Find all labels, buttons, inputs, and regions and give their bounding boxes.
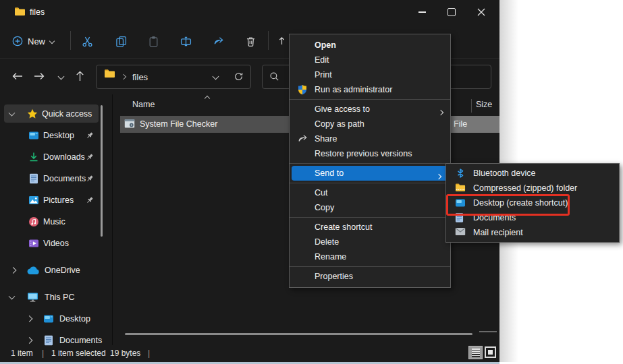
submenu-item-desktop-create-shortcut[interactable]: Desktop (create shortcut): [446, 195, 619, 210]
menu-item-create-shortcut[interactable]: Create shortcut: [290, 220, 450, 235]
rename-button[interactable]: [178, 24, 193, 58]
menu-item-print[interactable]: Print: [290, 67, 450, 82]
plus-circle-icon: [12, 36, 23, 47]
submenu-item-label: Mail recipient: [473, 228, 523, 237]
sidebar-item-music[interactable]: Music: [0, 212, 112, 231]
menu-item-properties[interactable]: Properties: [290, 269, 450, 284]
details-view-button[interactable]: [468, 346, 483, 359]
sidebar-item-quick-access[interactable]: Quick access: [0, 104, 112, 123]
submenu-item-bluetooth-device[interactable]: Bluetooth device: [446, 166, 619, 181]
up-button[interactable]: [72, 68, 88, 84]
paste-button[interactable]: [146, 24, 161, 58]
menu-item-rename[interactable]: Rename: [290, 249, 450, 264]
sidebar-item-onedrive[interactable]: OneDrive: [0, 261, 112, 279]
large-icons-view-button[interactable]: [485, 346, 496, 358]
chevron-right-icon[interactable]: [10, 267, 17, 274]
menu-item-label: Copy as path: [315, 119, 364, 129]
refresh-button[interactable]: [234, 71, 244, 82]
file-type: File: [454, 119, 467, 129]
sidebar-item-pictures[interactable]: Pictures: [0, 191, 112, 209]
submenu-item-label: Bluetooth device: [473, 169, 535, 178]
menu-item-copy[interactable]: Copy: [290, 200, 450, 215]
sidebar-item-this-pc-desktop[interactable]: Desktop: [0, 309, 112, 328]
menu-separator: [290, 99, 450, 100]
bluetooth-icon: [455, 168, 466, 179]
menu-item-edit[interactable]: Edit: [290, 53, 450, 67]
chevron-right-icon[interactable]: [26, 337, 33, 344]
document-icon: [455, 212, 466, 223]
desktop-icon: [43, 313, 54, 324]
up-arrow-icon: [76, 71, 84, 82]
menu-item-restore-previous-versions[interactable]: Restore previous versions: [290, 146, 450, 161]
chevron-down-icon: [57, 73, 64, 80]
menu-item-give-access-to[interactable]: Give access to: [290, 102, 450, 117]
search-icon: [269, 71, 279, 82]
menu-item-label: Create shortcut: [315, 222, 372, 232]
column-header-size[interactable]: Size: [476, 100, 492, 109]
chevron-down-icon[interactable]: [9, 293, 16, 299]
star-icon: [27, 109, 38, 119]
menu-item-share[interactable]: Share: [290, 131, 450, 146]
maximize-icon: [448, 8, 456, 16]
sidebar-item-downloads[interactable]: Downloads: [0, 148, 112, 166]
breadcrumb-segment[interactable]: files: [132, 72, 148, 82]
large-icons-view-icon: [488, 350, 493, 355]
downloads-icon: [28, 152, 39, 162]
chevron-right-icon[interactable]: [26, 315, 33, 322]
maximize-button[interactable]: [436, 0, 467, 24]
mail-icon: [455, 227, 466, 238]
menu-item-open[interactable]: Open: [290, 38, 450, 53]
sidebar-item-label: Downloads: [43, 152, 85, 162]
sidebar-scrollbar[interactable]: [101, 105, 103, 237]
menu-item-copy-as-path[interactable]: Copy as path: [290, 117, 450, 131]
menu-item-send-to[interactable]: Send to: [292, 166, 448, 181]
pin-icon: [86, 175, 94, 183]
sidebar-item-label: Documents: [43, 174, 86, 183]
sidebar-item-label: Music: [43, 217, 65, 226]
recent-locations-button[interactable]: [53, 68, 69, 84]
chevron-down-icon[interactable]: [9, 109, 16, 116]
document-icon: [44, 335, 53, 346]
submenu-item-label: Desktop (create shortcut): [473, 198, 568, 208]
submenu-item-documents[interactable]: Documents: [446, 210, 619, 225]
menu-item-label: Copy: [315, 203, 334, 212]
close-icon: [477, 8, 485, 16]
share-button[interactable]: [211, 24, 225, 58]
address-bar[interactable]: [96, 65, 251, 89]
sidebar-item-label: OneDrive: [45, 266, 80, 275]
menu-item-label: Cut: [315, 188, 327, 198]
horizontal-scrollbar[interactable]: [125, 333, 472, 335]
sidebar-item-videos[interactable]: Videos: [0, 234, 112, 252]
column-header-name[interactable]: Name: [132, 100, 155, 109]
column-divider[interactable]: [471, 99, 472, 113]
zipped-folder-icon: [455, 183, 466, 193]
copy-button[interactable]: [113, 24, 128, 58]
menu-item-label: Restore previous versions: [315, 149, 412, 158]
sidebar-item-label: Desktop: [43, 131, 74, 140]
menu-item-delete[interactable]: Delete: [290, 235, 450, 249]
sort-button[interactable]: [274, 24, 289, 58]
submenu-item-mail-recipient[interactable]: Mail recipient: [446, 225, 619, 240]
horizontal-scrollbar-end[interactable]: [479, 331, 497, 332]
menu-item-cut[interactable]: Cut: [290, 185, 450, 200]
forward-arrow-icon: [34, 72, 45, 80]
item-count: 1 item: [11, 348, 33, 358]
pin-icon: [86, 196, 94, 204]
context-menu: Open Edit Print Run as administrator Giv…: [289, 34, 451, 288]
sidebar-item-this-pc[interactable]: This PC: [0, 288, 112, 306]
new-button[interactable]: New: [9, 24, 57, 58]
cut-button[interactable]: [80, 24, 94, 58]
sidebar-item-label: Pictures: [43, 195, 74, 205]
back-button[interactable]: [9, 68, 26, 84]
sidebar-item-desktop[interactable]: Desktop: [0, 126, 112, 144]
batch-file-icon: [124, 119, 135, 129]
close-button[interactable]: [466, 0, 497, 24]
forward-button[interactable]: [31, 68, 47, 84]
menu-separator: [290, 266, 450, 267]
menu-item-run-as-administrator[interactable]: Run as administrator: [290, 82, 450, 97]
delete-button[interactable]: [243, 24, 258, 58]
submenu-item-compressed-folder[interactable]: Compressed (zipped) folder: [446, 181, 619, 195]
menu-item-label: Open: [315, 40, 336, 50]
minimize-button[interactable]: [406, 0, 437, 24]
sidebar-item-documents[interactable]: Documents: [0, 169, 112, 187]
